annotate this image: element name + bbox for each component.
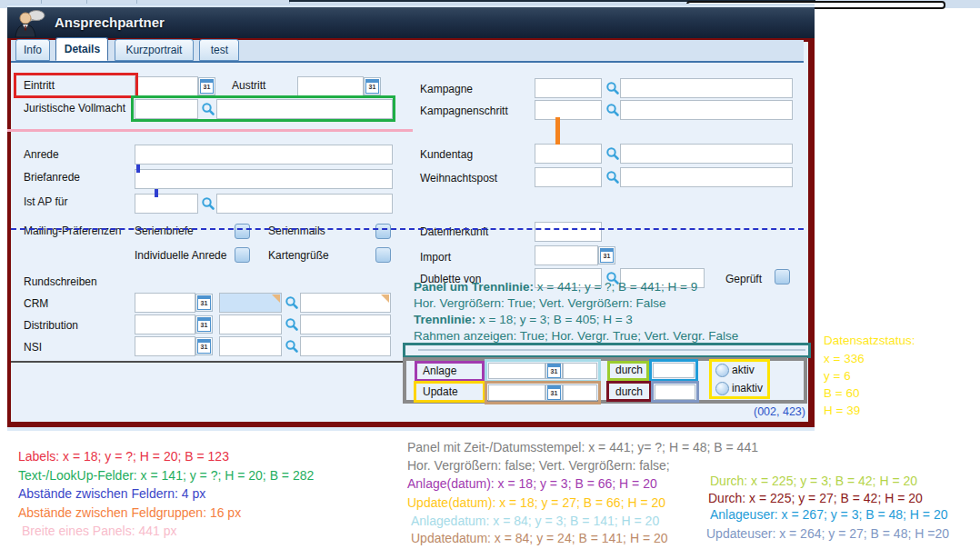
label-kampagne: Kampagne — [420, 83, 473, 95]
geprueft-checkbox[interactable] — [775, 269, 790, 284]
annotation-durch2-spec: Durch: x = 225; y = 27; B = 42; H = 20 — [708, 491, 923, 505]
annotation-datensatzstatus-title: Datensatzstatus: — [824, 334, 915, 347]
search-icon[interactable] — [605, 103, 620, 117]
search-icon[interactable] — [201, 196, 215, 211]
anrede-input[interactable] — [135, 145, 393, 165]
anlageuser-input[interactable] — [653, 363, 695, 378]
label-serienmails: Serienmails — [268, 225, 325, 237]
search-icon[interactable] — [605, 81, 620, 95]
kundentag-text-input[interactable] — [620, 144, 793, 164]
crm-lookup-field-selected[interactable] — [219, 293, 282, 313]
annotation-blue-gap-tick — [155, 189, 158, 197]
updateuser-input[interactable] — [655, 384, 695, 400]
label-austritt: Austritt — [232, 79, 265, 92]
search-icon[interactable] — [285, 339, 299, 354]
mandatory-corner-marker — [381, 294, 389, 303]
import-calendar-button[interactable]: 31 — [598, 246, 615, 265]
individuelle-anrede-checkbox[interactable] — [235, 247, 250, 263]
search-icon[interactable] — [605, 146, 620, 161]
screenshot-root: Ansprechpartner Info Details Kurzportrai… — [0, 0, 980, 549]
tab-kurzportrait[interactable]: Kurzportrait — [115, 39, 194, 61]
distribution-date-input[interactable] — [135, 314, 195, 334]
distribution-text-input[interactable] — [300, 314, 391, 334]
anlagedatum-calendar-button[interactable]: 31 — [545, 363, 563, 379]
label-eintritt: Eintritt — [24, 79, 55, 92]
calendar-icon: 31 — [365, 79, 379, 94]
label-rundschreiben: Rundschreiben — [24, 275, 97, 288]
juristische-vollmacht-text-input[interactable] — [216, 99, 393, 119]
austritt-date-input[interactable] — [297, 76, 364, 96]
window-title: Ansprechpartner — [55, 15, 165, 30]
label-mailing-praeferenzen: Mailing-Präferenzen — [24, 225, 121, 237]
kampagnenschritt-text-input[interactable] — [620, 100, 793, 120]
updatezeit-input[interactable] — [563, 384, 597, 401]
kartengruesse-checkbox[interactable] — [375, 247, 391, 263]
serienbriefe-checkbox[interactable] — [235, 224, 250, 239]
crm-text-field[interactable] — [300, 293, 391, 313]
label-durch-anlage: durch — [615, 364, 643, 376]
label-durch-update: durch — [615, 385, 643, 398]
tab-details[interactable]: Details — [55, 37, 108, 61]
crm-date-input[interactable] — [135, 293, 195, 313]
kampagne-text-input[interactable] — [620, 78, 793, 98]
label-crm: CRM — [24, 297, 48, 310]
tab-test[interactable]: test — [199, 39, 239, 61]
kampagne-lookup-input[interactable] — [535, 78, 602, 98]
weihnachtspost-lookup-input[interactable] — [535, 167, 602, 187]
anlagezeit-input[interactable] — [563, 363, 597, 379]
calendar-icon: 31 — [547, 364, 561, 378]
calendar-icon: 31 — [197, 295, 211, 310]
search-icon[interactable] — [201, 102, 215, 116]
search-icon[interactable] — [605, 170, 620, 185]
eintritt-calendar-button[interactable]: 31 — [198, 77, 215, 95]
ist-ap-fuer-lookup-input[interactable] — [135, 194, 198, 214]
mandatory-corner-marker — [272, 294, 280, 303]
annotation-anlagedatum-spec: Anlagedatum: x = 84; y = 3; B = 141; H =… — [411, 514, 659, 528]
ist-ap-fuer-text-input[interactable] — [216, 194, 393, 214]
label-aktiv: aktiv — [732, 364, 755, 376]
search-icon[interactable] — [285, 317, 299, 332]
inaktiv-radio[interactable] — [715, 382, 729, 395]
kundentag-lookup-input[interactable] — [535, 144, 602, 164]
annotation-datensatzstatus-x: x = 336 — [824, 352, 865, 365]
anlagedatum-date-input[interactable] — [488, 363, 545, 379]
annotation-blue-gap-tick — [136, 165, 140, 173]
nsi-text-input[interactable] — [300, 336, 391, 356]
label-anrede: Anrede — [24, 148, 59, 161]
annotation-teal-line2: Hor. Vergrößern: True; Vert. Vergrößern:… — [414, 296, 666, 310]
nsi-lookup-input[interactable] — [219, 336, 282, 356]
annotation-anlageuser-spec: Anlageuser: x = 267; y = 3; B = 48; H = … — [710, 507, 948, 522]
annotation-teal-line3-rest: x = 18; y = 3; B = 405; H = 3 — [475, 313, 633, 326]
austritt-calendar-button[interactable]: 31 — [364, 77, 381, 95]
serienmails-checkbox[interactable] — [375, 224, 391, 239]
kampagnenschritt-lookup-input[interactable] — [535, 100, 602, 120]
label-weihnachtspost: Weihnachtspost — [420, 172, 497, 185]
weihnachtspost-text-input[interactable] — [620, 167, 793, 187]
updatedatum-date-input[interactable] — [488, 384, 545, 401]
annotation-fields-spec: Text-/LookUp-Felder: x = 141; y = ?; H =… — [18, 468, 314, 483]
distribution-calendar-button[interactable]: 31 — [195, 315, 213, 334]
annotation-teal-line1: Panel um Trennlinie: x = 441; y = ?; B =… — [414, 280, 697, 294]
eintritt-date-input[interactable] — [135, 76, 198, 96]
label-juristische-vollmacht: Juristische Vollmacht — [24, 102, 125, 115]
updatedatum-calendar-button[interactable]: 31 — [545, 384, 563, 401]
nsi-calendar-button[interactable]: 31 — [195, 337, 213, 355]
window-titlebar: Ansprechpartner — [7, 7, 815, 38]
datenherkunft-input[interactable] — [535, 222, 602, 242]
crm-calendar-button[interactable]: 31 — [195, 294, 213, 312]
briefanrede-input[interactable] — [135, 169, 393, 189]
annotation-updatedatum-spec: Updatedatum: x = 84; y = 24; B = 141; H … — [411, 531, 668, 545]
search-icon[interactable] — [285, 295, 299, 310]
aktiv-radio[interactable] — [715, 364, 729, 377]
annotation-labels-spec: Labels: x = 18; y = ?; H = 20; B = 123 — [18, 449, 229, 464]
import-date-input[interactable] — [535, 245, 598, 265]
juristische-vollmacht-lookup-input[interactable] — [135, 99, 198, 119]
label-geprueft: Geprüft — [725, 273, 762, 285]
label-anlage: Anlage — [423, 364, 456, 377]
tab-info[interactable]: Info — [15, 39, 50, 61]
label-nsi: NSI — [24, 341, 42, 354]
distribution-lookup-input[interactable] — [219, 314, 282, 334]
label-import: Import — [420, 251, 451, 264]
nsi-date-input[interactable] — [135, 336, 195, 356]
annotation-teal-line4: Rahmen anzeigen: True; Hor. Vergr. True;… — [414, 329, 738, 343]
